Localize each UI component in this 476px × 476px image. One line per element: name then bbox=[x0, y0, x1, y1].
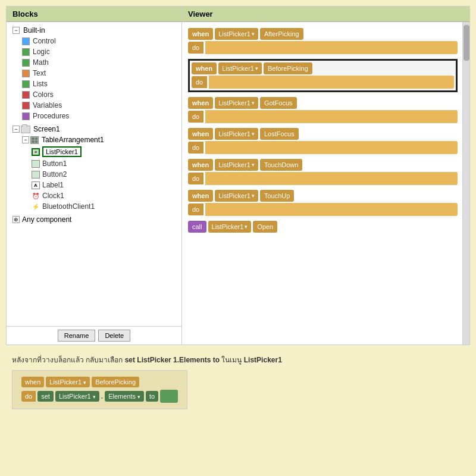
touch-down-component[interactable]: ListPicker1 ▾ bbox=[215, 159, 258, 171]
blocks-header-label: Blocks bbox=[12, 10, 38, 18]
text-item[interactable]: Text bbox=[22, 68, 178, 79]
touch-down-method: TouchDown bbox=[260, 159, 302, 171]
button1-item[interactable]: Button1 bbox=[32, 158, 178, 169]
control-label: Control bbox=[33, 37, 56, 45]
mini-slot bbox=[160, 390, 178, 403]
lists-color-icon bbox=[22, 80, 30, 88]
logic-item[interactable]: Logic bbox=[22, 46, 178, 57]
explanation-part1: หลังจากที่วางบล็อกแล้ว กลับมาเลือก bbox=[12, 356, 123, 364]
call-component[interactable]: ListPicker1 ▾ bbox=[208, 221, 252, 233]
after-picking-component[interactable]: ListPicker1 ▾ bbox=[215, 28, 258, 40]
before-picking-do-row: do bbox=[192, 76, 454, 89]
got-focus-when-row: when ListPicker1 ▾ GotFocus bbox=[188, 97, 458, 109]
call-method: Open bbox=[253, 221, 277, 233]
builtin-section-toggle[interactable]: − Built-in bbox=[12, 25, 178, 36]
table-collapse-icon[interactable]: − bbox=[22, 136, 29, 143]
table-arrangement-toggle[interactable]: − TableArrangement1 bbox=[22, 134, 178, 145]
touch-down-do-row: do bbox=[188, 172, 458, 185]
colors-item[interactable]: Colors bbox=[22, 89, 178, 100]
mini-dot: . bbox=[101, 392, 103, 400]
button1-label: Button1 bbox=[42, 159, 67, 168]
main-ide-container: Blocks − Built-in Control Logic Math bbox=[6, 6, 470, 345]
mini-do-label: do bbox=[21, 391, 36, 402]
touch-down-do-label: do bbox=[188, 173, 203, 184]
label1-label: Label1 bbox=[42, 181, 64, 189]
label1-icon: A bbox=[32, 181, 40, 189]
procedures-item[interactable]: Procedures bbox=[22, 111, 178, 121]
text-label: Text bbox=[33, 69, 46, 77]
table-children: ≡ ListPicker1 Button1 Button2 A bbox=[32, 145, 178, 190]
table-arrangement-label: TableArrangement1 bbox=[42, 136, 104, 144]
before-picking-event: when ListPicker1 ▾ BeforePicking do bbox=[192, 62, 454, 89]
math-color-icon bbox=[22, 59, 30, 67]
mini-diagram: when ListPicker1 ▾ BeforePicking do set … bbox=[12, 370, 187, 409]
touch-up-when-row: when ListPicker1 ▾ TouchUp bbox=[188, 190, 458, 202]
touch-down-event: when ListPicker1 ▾ TouchDown do bbox=[188, 159, 458, 185]
lost-focus-component[interactable]: ListPicker1 ▾ bbox=[215, 128, 258, 140]
listpicker-item[interactable]: ≡ ListPicker1 bbox=[32, 145, 178, 158]
text-color-icon bbox=[22, 70, 30, 77]
got-focus-component[interactable]: ListPicker1 ▾ bbox=[215, 97, 258, 109]
any-component-item[interactable]: ⊕ Any component bbox=[12, 214, 178, 225]
control-color-icon bbox=[22, 37, 30, 45]
before-picking-when-label: when bbox=[192, 62, 217, 74]
bluetooth-item[interactable]: ⚡ BluetoothClient1 bbox=[32, 201, 178, 212]
clock1-icon: ⏰ bbox=[32, 192, 40, 200]
screen1-collapse-icon[interactable]: − bbox=[12, 126, 20, 133]
mini-when-row: when ListPicker1 ▾ BeforePicking bbox=[21, 377, 178, 387]
touch-down-slot bbox=[205, 172, 458, 185]
button2-icon bbox=[32, 171, 40, 178]
touch-up-component[interactable]: ListPicker1 ▾ bbox=[215, 190, 258, 202]
mini-when-label: when bbox=[21, 377, 44, 387]
screen1-toggle[interactable]: − Screen1 bbox=[12, 124, 178, 134]
touch-down-when-row: when ListPicker1 ▾ TouchDown bbox=[188, 159, 458, 171]
clock1-item[interactable]: ⏰ Clock1 bbox=[32, 190, 178, 201]
math-item[interactable]: Math bbox=[22, 57, 178, 68]
after-picking-do-label: do bbox=[188, 42, 203, 54]
delete-button[interactable]: Delete bbox=[98, 330, 130, 342]
builtin-collapse-icon[interactable]: − bbox=[12, 27, 20, 34]
logic-color-icon bbox=[22, 48, 30, 56]
screen1-folder-icon bbox=[21, 126, 30, 133]
before-picking-do-label: do bbox=[192, 76, 207, 88]
mini-component[interactable]: ListPicker1 ▾ bbox=[46, 377, 90, 387]
control-item[interactable]: Control bbox=[22, 36, 178, 46]
got-focus-block: when ListPicker1 ▾ GotFocus do bbox=[188, 97, 458, 123]
viewer-panel-header: Viewer bbox=[182, 7, 469, 22]
touch-up-do-row: do bbox=[188, 203, 458, 216]
before-picking-method: BeforePicking bbox=[264, 62, 312, 74]
got-focus-when-label: when bbox=[188, 97, 213, 109]
screen1-children: − TableArrangement1 ≡ ListPicker1 bbox=[22, 134, 178, 212]
blocks-panel: Blocks − Built-in Control Logic Math bbox=[7, 7, 182, 345]
variables-label: Variables bbox=[33, 101, 62, 109]
logic-label: Logic bbox=[33, 48, 50, 56]
viewer-content[interactable]: when ListPicker1 ▾ AfterPicking do when … bbox=[182, 22, 469, 345]
after-picking-block: when ListPicker1 ▾ AfterPicking do bbox=[188, 28, 458, 54]
builtin-children: Control Logic Math Text Lists bbox=[22, 36, 178, 121]
before-picking-when-row: when ListPicker1 ▾ BeforePicking bbox=[192, 62, 454, 74]
screen1-section: − Screen1 − TableArrangement1 bbox=[12, 124, 178, 212]
touch-down-block: when ListPicker1 ▾ TouchDown do bbox=[188, 159, 458, 185]
explanation-part2: ในเมนู bbox=[221, 356, 242, 364]
lost-focus-block: when ListPicker1 ▾ LostFocus do bbox=[188, 128, 458, 154]
touch-up-slot bbox=[205, 203, 458, 216]
lost-focus-do-label: do bbox=[188, 142, 203, 154]
lost-focus-do-row: do bbox=[188, 141, 458, 154]
explanation-section: หลังจากที่วางบล็อกแล้ว กลับมาเลือก set L… bbox=[6, 354, 470, 409]
lost-focus-method: LostFocus bbox=[260, 128, 299, 140]
touch-up-method: TouchUp bbox=[260, 190, 294, 202]
lists-label: Lists bbox=[33, 80, 48, 88]
scrollbar-thumb[interactable] bbox=[464, 25, 469, 61]
lists-item[interactable]: Lists bbox=[22, 79, 178, 89]
rename-button[interactable]: Rename bbox=[58, 330, 96, 342]
label1-item[interactable]: A Label1 bbox=[32, 180, 178, 190]
before-picking-component[interactable]: ListPicker1 ▾ bbox=[218, 62, 262, 74]
procedures-label: Procedures bbox=[33, 112, 69, 120]
after-picking-slot bbox=[205, 41, 458, 54]
viewer-scrollbar[interactable] bbox=[462, 22, 469, 345]
variables-item[interactable]: Variables bbox=[22, 100, 178, 111]
after-picking-when-row: when ListPicker1 ▾ AfterPicking bbox=[188, 28, 458, 40]
mini-set-component[interactable]: ListPicker1 ▾ bbox=[55, 391, 99, 402]
button2-item[interactable]: Button2 bbox=[32, 169, 178, 180]
mini-elements[interactable]: Elements ▾ bbox=[105, 391, 144, 402]
